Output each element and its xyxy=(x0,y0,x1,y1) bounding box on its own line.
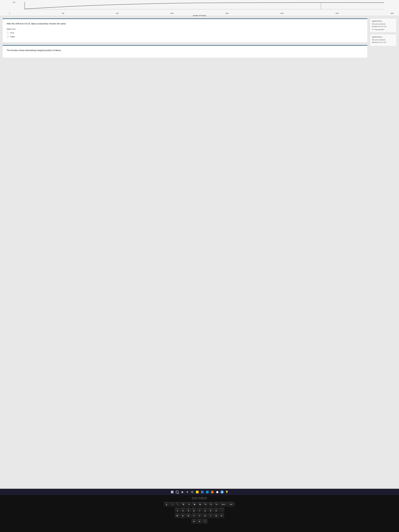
x-label-1200: 1200 xyxy=(170,13,173,14)
question2-status: Not yet answered xyxy=(372,39,394,41)
question2-marked: Marked out of 1.00 xyxy=(372,41,394,43)
flag-icon: ⚑ xyxy=(372,29,374,31)
key-5[interactable]: % 5 xyxy=(186,508,191,513)
key-3[interactable]: £ 3 xyxy=(175,508,180,513)
question1-card: After the shift from A to B, labour prod… xyxy=(3,19,367,43)
question1-number: QUESTION 1 xyxy=(372,20,394,22)
x-label-400: 400 xyxy=(62,13,64,14)
browser-icon xyxy=(206,491,209,494)
key-7[interactable]: / 7 xyxy=(197,508,202,513)
lightbulb-button[interactable]: 💡 xyxy=(225,490,229,494)
key-f4[interactable]: f4 ☺ xyxy=(170,502,175,507)
key-f10[interactable]: f10 f10 xyxy=(203,502,208,507)
key-9[interactable]: ) 9 xyxy=(208,508,213,513)
asus-brand-label: ASUS ZenBook xyxy=(192,497,207,499)
radio-true[interactable] xyxy=(6,32,9,34)
key-f12[interactable]: f12 f12 xyxy=(214,502,219,507)
key-f3[interactable]: f3 🔈 xyxy=(164,502,169,507)
question1-status: Not yet answered xyxy=(372,23,394,25)
grid-app-button[interactable] xyxy=(200,490,204,494)
key-k[interactable]: K xyxy=(197,519,202,524)
x-label-800: 800 xyxy=(116,13,119,14)
svg-text:0: 0 xyxy=(13,2,15,3)
wifi-icon: ⬤ xyxy=(216,491,219,493)
x-label-1600: 1600 xyxy=(225,13,228,14)
key-w[interactable]: W xyxy=(175,513,180,518)
keyboard-wrapper: ASUS ZenBook f3 🔈 f4 ☺ f5 ☼ f6 ☰ f7 ✦ xyxy=(0,495,399,532)
asus-text: ASUS xyxy=(192,497,197,499)
key-f7[interactable]: f7 ✦ xyxy=(186,502,191,507)
key-f8[interactable]: f8 ⊞ xyxy=(192,502,197,507)
x-label-0: 0 xyxy=(9,13,10,14)
time-number: 12 xyxy=(221,491,223,493)
question1-marked: Marked out of 1.00 xyxy=(372,25,394,27)
radio-false[interactable] xyxy=(6,36,9,38)
fn-row: f3 🔈 f4 ☺ f5 ☼ f6 ☰ f7 ✦ f8 ⊞ xyxy=(140,502,259,507)
number-row: £ 3 $ 4 % 5 & 6 € / 7 ( 8 xyxy=(140,508,259,513)
taskbar: ▣ ⊞ 📷 🎁 ⬤ xyxy=(0,489,399,495)
yellow-app-icon xyxy=(196,491,199,493)
chart-area: 0 0 400 800 1200 1600 2000 2400 2800 Num… xyxy=(0,0,399,16)
key-t[interactable]: T xyxy=(191,513,196,518)
key-u[interactable]: U xyxy=(203,513,208,518)
question1-text: After the shift from A to B, labour prod… xyxy=(6,22,363,25)
option-true[interactable]: True xyxy=(6,32,363,34)
gift-button[interactable]: 🎁 xyxy=(210,490,214,494)
radio-true-label: True xyxy=(10,32,14,34)
question2-number: QUESTION 2 xyxy=(372,36,394,38)
key-6[interactable]: & 6 € xyxy=(191,508,196,513)
search-button[interactable] xyxy=(175,490,179,494)
browser-button[interactable] xyxy=(205,490,209,494)
question1-select-label: Select one: xyxy=(6,28,363,30)
grid-app-icon xyxy=(201,491,203,493)
camera-icon: 📷 xyxy=(191,491,194,493)
key-question[interactable]: ? _ xyxy=(219,508,224,513)
time-badge: 12 xyxy=(221,490,224,494)
snap-icon: ⊞ xyxy=(186,491,188,493)
key-f11[interactable]: f11 f11 xyxy=(209,502,214,507)
radio-false-label: False xyxy=(10,36,15,38)
lightbulb-icon: 💡 xyxy=(225,491,228,494)
key-o[interactable]: O xyxy=(214,513,219,518)
gift-icon: 🎁 xyxy=(211,490,214,494)
x-label-2000: 2000 xyxy=(280,13,284,14)
option-false[interactable]: False xyxy=(6,36,363,38)
key-f6[interactable]: f6 ☰ xyxy=(181,502,186,507)
network-button[interactable]: ⬤ xyxy=(215,490,219,494)
key-inter[interactable]: inter xyxy=(228,502,235,507)
keyboard: f3 🔈 f4 ☺ f5 ☼ f6 ☰ f7 ✦ f8 ⊞ xyxy=(140,502,259,524)
camera-button[interactable]: 📷 xyxy=(190,490,194,494)
key-e[interactable]: E € xyxy=(180,513,185,518)
windows-start-icon[interactable] xyxy=(170,490,174,494)
model-text: ZenBook xyxy=(198,497,207,499)
key-r[interactable]: R xyxy=(186,513,191,518)
sidebar: QUESTION 1 Not yet answered Marked out o… xyxy=(370,19,396,486)
key-pause[interactable]: pause xyxy=(220,502,227,507)
key-8[interactable]: ( 8 xyxy=(203,508,208,513)
x-label-2800: 2800 xyxy=(390,13,394,14)
key-p[interactable]: P xyxy=(219,513,224,518)
question2-info-box: QUESTION 2 Not yet answered Marked out o… xyxy=(370,34,396,46)
main-content: After the shift from A to B, labour prod… xyxy=(3,19,367,486)
question1-info-box: QUESTION 1 Not yet answered Marked out o… xyxy=(370,19,396,32)
flag-question-label: Flag question xyxy=(374,29,385,31)
taskview-button[interactable]: ▣ xyxy=(180,490,184,494)
question2-card: The function shows diminishing marginal … xyxy=(3,45,367,58)
taskview-icon: ▣ xyxy=(181,491,183,493)
bottom-row: H K L xyxy=(140,519,259,524)
key-l[interactable]: L xyxy=(203,519,208,524)
flag-question-button[interactable]: ⚑ Flag question xyxy=(372,29,394,31)
key-4[interactable]: $ 4 xyxy=(180,508,185,513)
key-0[interactable]: = 0 xyxy=(214,508,219,513)
chart-x-axis: 0 400 800 1200 1600 2000 2400 2800 xyxy=(5,13,394,14)
yellow-app-button[interactable] xyxy=(195,490,199,494)
key-h[interactable]: H xyxy=(191,519,196,524)
key-i[interactable]: I xyxy=(208,513,213,518)
chart-x-axis-label: Number of farmers xyxy=(5,15,394,17)
key-f5[interactable]: f5 ☼ xyxy=(175,502,180,507)
x-label-2400: 2400 xyxy=(336,13,339,14)
key-y[interactable]: Y xyxy=(197,513,202,518)
search-icon xyxy=(176,491,179,494)
snap-button[interactable]: ⊞ xyxy=(185,490,189,494)
key-f9[interactable]: f9 f9 xyxy=(197,502,203,507)
